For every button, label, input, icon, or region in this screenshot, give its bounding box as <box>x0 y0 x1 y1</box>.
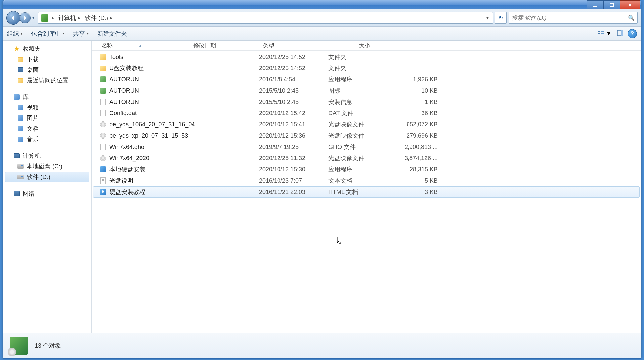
file-row[interactable]: U盘安装教程2020/12/25 14:52文件夹 <box>92 63 641 74</box>
search-box[interactable]: 🔍 <box>509 12 638 24</box>
svg-rect-4 <box>598 35 600 35</box>
sidebar-pictures[interactable]: 图片 <box>3 113 91 123</box>
file-size: 5 KB <box>398 177 441 184</box>
minimize-button[interactable] <box>587 0 603 9</box>
file-row[interactable]: pe_yqs_1064_20_07_31_16_042020/10/12 15:… <box>92 119 641 130</box>
file-type: 文件夹 <box>328 64 398 72</box>
file-date: 2015/5/10 2:45 <box>259 87 328 94</box>
file-list-area: 名称▲ 修改日期 类型 大小 Tools2020/12/25 14:52文件夹U… <box>92 41 641 333</box>
chevron-down-icon: ▼ <box>606 31 611 37</box>
column-headers: 名称▲ 修改日期 类型 大小 <box>92 41 641 51</box>
sidebar-desktop[interactable]: 桌面 <box>3 65 91 75</box>
sidebar-videos[interactable]: 视频 <box>3 102 91 113</box>
share-menu[interactable]: 共享▼ <box>73 30 89 38</box>
file-type: GHO 文件 <box>328 143 398 151</box>
file-row[interactable]: 光盘说明2016/10/23 7:07文本文档5 KB <box>92 175 641 186</box>
file-date: 2020/12/25 14:52 <box>259 65 328 72</box>
maximize-button[interactable] <box>603 0 620 9</box>
file-name: AUTORUN <box>109 99 259 106</box>
column-name[interactable]: 名称▲ <box>99 42 191 49</box>
column-type[interactable]: 类型 <box>260 42 330 49</box>
file-row[interactable]: pe_yqs_xp_20_07_31_15_532020/10/12 15:36… <box>92 130 641 141</box>
include-menu[interactable]: 包含到库中▼ <box>31 30 65 38</box>
file-size: 10 KB <box>398 87 441 94</box>
file-size: 1 KB <box>398 99 441 106</box>
file-name: pe_yqs_xp_20_07_31_15_53 <box>109 132 259 139</box>
file-date: 2016/11/21 22:03 <box>259 189 328 196</box>
file-row[interactable]: AUTORUN2015/5/10 2:45安装信息1 KB <box>92 96 641 108</box>
column-date[interactable]: 修改日期 <box>191 42 260 49</box>
file-row[interactable]: Win7x64.gho2019/9/7 19:25GHO 文件2,900,813… <box>92 141 641 153</box>
search-input[interactable] <box>512 15 628 21</box>
file-type: 文本文档 <box>328 177 398 185</box>
sidebar-documents[interactable]: 文档 <box>3 123 91 134</box>
file-size: 36 KB <box>398 110 441 117</box>
crumb-computer[interactable]: 计算机▶ <box>56 12 83 23</box>
file-size: 3,874,126 ... <box>398 155 441 162</box>
file-type: 安装信息 <box>328 98 398 106</box>
file-row[interactable]: 本地硬盘安装2020/10/12 15:30应用程序28,315 KB <box>92 164 641 175</box>
file-icon <box>99 109 107 117</box>
sidebar-recent[interactable]: 最近访问的位置 <box>3 75 91 86</box>
preview-pane-button[interactable] <box>617 29 624 38</box>
sidebar-music[interactable]: 音乐 <box>3 134 91 145</box>
status-text: 13 个对象 <box>35 342 61 350</box>
address-dropdown[interactable]: ▼ <box>483 16 492 20</box>
search-icon[interactable]: 🔍 <box>628 15 635 21</box>
file-name: AUTORUN <box>109 76 259 83</box>
crumb-drive[interactable]: 软件 (D:)▶ <box>83 12 115 23</box>
history-dropdown[interactable]: ▼ <box>31 12 36 23</box>
column-size[interactable]: 大小 <box>330 42 373 49</box>
file-row[interactable]: Win7x64_20202020/12/25 11:32光盘映像文件3,874,… <box>92 153 641 164</box>
file-date: 2020/10/12 15:36 <box>259 132 328 139</box>
file-size: 2,900,813 ... <box>398 144 441 151</box>
titlebar[interactable] <box>3 0 641 9</box>
file-row[interactable]: Config.dat2020/10/12 15:42DAT 文件36 KB <box>92 108 641 119</box>
sidebar-drive-d[interactable]: 软件 (D:) <box>5 172 89 182</box>
file-type: 应用程序 <box>328 75 398 83</box>
close-button[interactable] <box>620 0 640 9</box>
file-row[interactable]: AUTORUN2015/5/10 2:45图标10 KB <box>92 85 641 96</box>
navigation-row: ▼ ▶ 计算机▶ 软件 (D:)▶ ▼ ↻ 🔍 <box>3 9 641 27</box>
sidebar-computer[interactable]: 计算机 <box>3 151 91 161</box>
file-date: 2016/1/8 4:54 <box>259 76 328 83</box>
svg-rect-0 <box>593 6 597 7</box>
sidebar-libraries[interactable]: 库 <box>3 92 91 102</box>
file-row[interactable]: 硬盘安装教程2016/11/21 22:03HTML 文档3 KB <box>93 186 640 198</box>
svg-rect-7 <box>601 35 604 35</box>
file-type: 光盘映像文件 <box>328 132 398 140</box>
view-button[interactable]: ▼ <box>596 29 613 38</box>
file-icon <box>99 120 107 128</box>
status-bar: 13 个对象 <box>3 333 641 358</box>
crumb-root[interactable]: ▶ <box>39 12 56 23</box>
file-icon <box>99 98 107 106</box>
address-bar[interactable]: ▶ 计算机▶ 软件 (D:)▶ ▼ <box>38 12 493 24</box>
file-size: 3 KB <box>398 189 441 196</box>
sidebar-network[interactable]: 网络 <box>3 188 91 199</box>
file-date: 2020/10/12 15:41 <box>259 121 328 128</box>
file-row[interactable]: Tools2020/12/25 14:52文件夹 <box>92 51 641 63</box>
navigation-pane: ★收藏夹 下载 桌面 最近访问的位置 库 视频 图片 文档 音乐 计算机 本地磁… <box>3 41 92 333</box>
svg-rect-2 <box>598 31 600 32</box>
file-type: 图标 <box>328 87 398 95</box>
sidebar-drive-c[interactable]: 本地磁盘 (C:) <box>3 161 91 172</box>
svg-rect-3 <box>598 33 600 34</box>
organize-menu[interactable]: 组织▼ <box>7 30 23 38</box>
file-date: 2020/10/12 15:42 <box>259 110 328 117</box>
sidebar-favorites[interactable]: ★收藏夹 <box>3 43 91 54</box>
file-type: 光盘映像文件 <box>328 120 398 128</box>
sidebar-downloads[interactable]: 下载 <box>3 54 91 65</box>
file-type: DAT 文件 <box>328 109 398 117</box>
back-button[interactable] <box>6 11 20 25</box>
forward-button[interactable] <box>20 12 31 23</box>
help-button[interactable]: ? <box>628 29 637 38</box>
file-row[interactable]: AUTORUN2016/1/8 4:54应用程序1,926 KB <box>92 74 641 85</box>
file-date: 2019/9/7 19:25 <box>259 144 328 151</box>
file-icon <box>99 165 107 173</box>
file-list[interactable]: Tools2020/12/25 14:52文件夹U盘安装教程2020/12/25… <box>92 51 641 333</box>
file-type: 应用程序 <box>328 165 398 173</box>
newfolder-button[interactable]: 新建文件夹 <box>97 30 127 38</box>
file-date: 2016/10/23 7:07 <box>259 177 328 184</box>
refresh-button[interactable]: ↻ <box>495 12 507 24</box>
file-icon <box>99 75 107 83</box>
